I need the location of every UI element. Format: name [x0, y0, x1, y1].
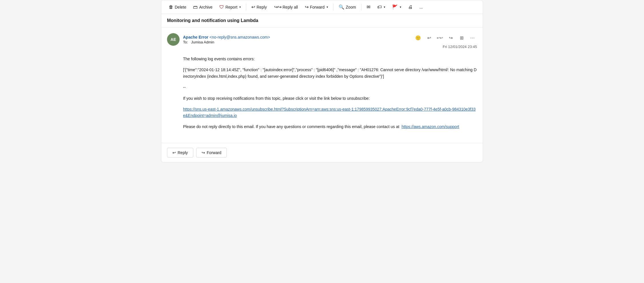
reply-toolbar-icon: ↩ — [251, 4, 255, 10]
sender-email: <no-reply@sns.amazonaws.com> — [210, 35, 270, 39]
sender-row: AE Apache Error <no-reply@sns.amazonaws.… — [167, 33, 477, 49]
flag-button[interactable]: 🚩 — [389, 3, 404, 11]
avatar: AE — [167, 33, 180, 46]
toolbar-divider-3 — [361, 4, 361, 11]
action-icons: 🙂 ↩ ↩↩ ↪ ⊞ ⋯ — [414, 33, 477, 42]
unsubscribe-link-para: https://sns.us-east-1.amazonaws.com/unsu… — [183, 106, 477, 119]
unsubscribe-link[interactable]: https://sns.us-east-1.amazonaws.com/unsu… — [183, 107, 476, 118]
reply-all-inline-button[interactable]: ↩↩ — [435, 33, 444, 42]
timestamp: Fri 12/01/2024 23:45 — [443, 45, 477, 49]
reply-bottom-icon: ↩ — [172, 150, 176, 155]
reply-inline-button[interactable]: ↩ — [424, 33, 434, 42]
report-icon: 🛡 — [219, 5, 224, 10]
toolbar-divider-2 — [333, 4, 333, 11]
report-label: Report — [225, 5, 237, 9]
to-line: To: Jumisa Admin — [183, 40, 270, 44]
reply-all-toolbar-button[interactable]: ↩↩ Reply all — [271, 3, 301, 11]
toolbar-divider-1 — [246, 4, 246, 11]
reply-toolbar-button[interactable]: ↩ Reply — [249, 3, 270, 11]
bottom-actions: ↩ Reply ↪ Forward — [161, 143, 483, 162]
toolbar: 🗑 Delete 🗃 Archive 🛡 Report ↩ Reply ↩↩ R… — [161, 0, 483, 14]
more-inline-button[interactable]: ⋯ — [468, 33, 477, 42]
support-link[interactable]: https://aws.amazon.com/support — [401, 124, 459, 129]
separator: -- — [183, 84, 477, 90]
zoom-button[interactable]: 🔍 Zoom — [336, 3, 359, 11]
tag-icon: 🏷 — [377, 5, 382, 10]
grid-view-button[interactable]: ⊞ — [457, 33, 466, 42]
avatar-initials: AE — [170, 37, 176, 42]
more-options-label: ... — [420, 5, 423, 9]
forward-inline-button[interactable]: ↪ — [446, 33, 455, 42]
to-recipient: Jumisa Admin — [191, 40, 214, 44]
zoom-label: Zoom — [346, 5, 356, 9]
delete-icon: 🗑 — [169, 5, 173, 10]
print-icon: 🖨 — [408, 5, 413, 10]
flag-icon: 🚩 — [392, 4, 398, 10]
reply-all-label: Reply all — [283, 5, 298, 9]
email-content: The following log events contains errors… — [167, 56, 477, 130]
archive-label: Archive — [199, 5, 212, 9]
archive-button[interactable]: 🗃 Archive — [190, 3, 215, 11]
emoji-reaction-button[interactable]: 🙂 — [414, 33, 423, 42]
more-options-button[interactable]: ... — [417, 3, 426, 11]
delete-button[interactable]: 🗑 Delete — [166, 3, 189, 11]
email-icon: ✉ — [367, 4, 370, 10]
email-container: 🗑 Delete 🗃 Archive 🛡 Report ↩ Reply ↩↩ R… — [161, 0, 483, 162]
email-icon-button[interactable]: ✉ — [364, 3, 373, 11]
archive-icon: 🗃 — [193, 5, 198, 10]
forward-bottom-label: Forward — [207, 150, 221, 155]
sender-name: Apache Error — [183, 35, 208, 39]
reply-all-icon: ↩↩ — [274, 4, 282, 10]
reply-bottom-button[interactable]: ↩ Reply — [167, 148, 193, 158]
unsubscribe-text: If you wish to stop receiving notificati… — [183, 95, 477, 101]
print-button[interactable]: 🖨 — [405, 3, 416, 11]
subject-text: Monitoring and notification using Lambda — [167, 18, 258, 23]
tag-button[interactable]: 🏷 — [374, 3, 388, 11]
zoom-icon: 🔍 — [339, 4, 344, 10]
sender-right: 🙂 ↩ ↩↩ ↪ ⊞ ⋯ Fri 12/01/2024 23:45 — [414, 33, 477, 49]
footer-text: Please do not reply directly to this ema… — [183, 124, 399, 129]
delete-label: Delete — [175, 5, 186, 9]
sender-name-line: Apache Error <no-reply@sns.amazonaws.com… — [183, 35, 270, 39]
email-body: AE Apache Error <no-reply@sns.amazonaws.… — [161, 27, 483, 140]
footer-paragraph: Please do not reply directly to this ema… — [183, 123, 477, 130]
sender-left: AE Apache Error <no-reply@sns.amazonaws.… — [167, 33, 270, 46]
forward-toolbar-button[interactable]: ↪ Forward — [302, 3, 331, 11]
report-button[interactable]: 🛡 Report — [216, 3, 244, 11]
forward-bottom-button[interactable]: ↪ Forward — [196, 148, 227, 158]
subject-bar: Monitoring and notification using Lambda — [161, 14, 483, 27]
log-entry: ['{"time":"2024-01-12 18:14:45Z", "funct… — [183, 67, 477, 79]
reply-bottom-label: Reply — [178, 150, 188, 155]
reply-toolbar-label: Reply — [257, 5, 267, 9]
forward-toolbar-icon: ↪ — [305, 4, 309, 10]
sender-info: Apache Error <no-reply@sns.amazonaws.com… — [183, 35, 270, 44]
forward-bottom-icon: ↪ — [202, 150, 205, 155]
to-label: To: — [183, 40, 188, 44]
forward-toolbar-label: Forward — [310, 5, 325, 9]
intro-paragraph: The following log events contains errors… — [183, 56, 477, 62]
